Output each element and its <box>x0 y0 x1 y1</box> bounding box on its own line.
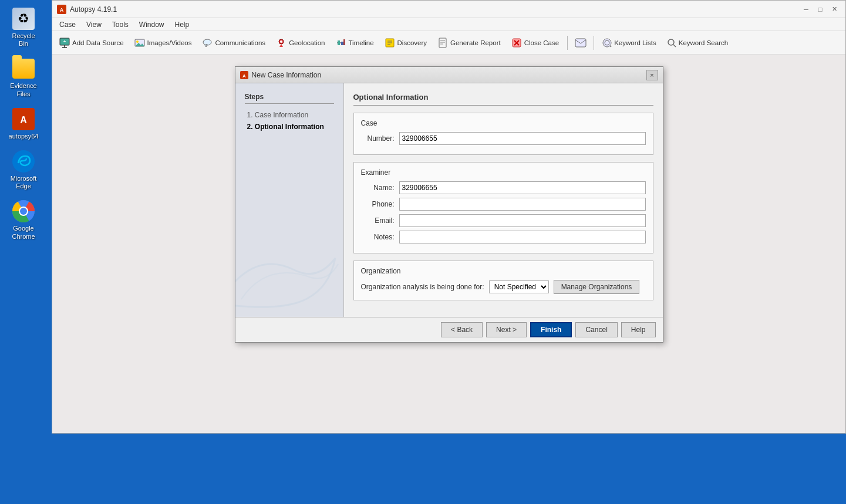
org-select[interactable]: Not Specified <box>489 280 549 293</box>
finish-button[interactable]: Finish <box>530 322 572 337</box>
add-data-source-icon: + <box>59 38 70 48</box>
evidence-files-label: Evidence Files <box>10 82 36 97</box>
menu-help[interactable]: Help <box>170 19 194 30</box>
organization-section-title: Organization <box>361 267 646 275</box>
keyword-lists-button[interactable]: Keyword Lists <box>598 33 661 52</box>
svg-rect-28 <box>439 38 446 48</box>
desktop-icon-recycle-bin[interactable]: ♻ Recycle Bin <box>2 5 45 50</box>
new-case-dialog: A New Case Information × Steps 1. Case I… <box>235 66 663 343</box>
desktop-icon-microsoft-edge[interactable]: Microsoft Edge <box>2 147 45 192</box>
timeline-icon <box>336 38 346 48</box>
menu-window[interactable]: Window <box>134 19 169 30</box>
close-case-button[interactable]: Close Case <box>507 33 564 52</box>
communications-button[interactable]: Communications <box>197 33 270 52</box>
geolocation-button[interactable]: Geolocation <box>271 33 329 52</box>
add-data-source-label: Add Data Source <box>72 39 124 46</box>
desktop-icon-google-chrome[interactable]: Google Chrome <box>2 197 45 242</box>
generate-report-button[interactable]: Generate Report <box>433 33 505 52</box>
next-button[interactable]: Next > <box>486 322 527 337</box>
chrome-icon <box>12 199 35 223</box>
svg-point-18 <box>280 40 282 43</box>
examiner-notes-row: Notes: <box>361 231 646 243</box>
dialog-title-left: A New Case Information <box>240 71 322 79</box>
watermark <box>235 241 341 317</box>
examiner-email-row: Email: <box>361 214 646 227</box>
edge-icon <box>12 150 35 173</box>
images-videos-button[interactable]: Images/Videos <box>130 33 197 52</box>
desktop-icon-autopsy64[interactable]: A autopsy64 <box>2 105 45 143</box>
add-data-source-button[interactable]: + Add Data Source <box>55 33 129 52</box>
examiner-email-label: Email: <box>361 217 399 225</box>
toolbar: + Add Data Source Images/Videos <box>52 31 845 55</box>
examiner-email-input[interactable] <box>399 214 646 227</box>
main-content: A New Case Information × Steps 1. Case I… <box>52 55 845 433</box>
dialog-body: Steps 1. Case Information 2. Optional In… <box>235 83 663 317</box>
timeline-label: Timeline <box>349 39 374 46</box>
back-button[interactable]: < Back <box>441 322 483 337</box>
org-analysis-label: Organization analysis is being done for: <box>361 283 484 291</box>
content-panel: Optional Information Case Number: Examin… <box>344 83 663 317</box>
menu-view[interactable]: View <box>82 19 106 30</box>
title-bar-controls: ─ □ ✕ <box>800 3 841 16</box>
email-button[interactable] <box>571 33 590 52</box>
close-case-icon <box>511 38 522 48</box>
toolbar-separator-1 <box>567 36 568 50</box>
svg-line-38 <box>610 46 611 47</box>
svg-point-13 <box>136 40 139 43</box>
cancel-button[interactable]: Cancel <box>575 322 617 337</box>
discovery-label: Discovery <box>397 39 427 46</box>
organization-section: Organization Organization analysis is be… <box>353 261 653 300</box>
examiner-notes-input[interactable] <box>399 231 646 243</box>
steps-title: Steps <box>245 93 334 104</box>
case-number-input[interactable] <box>399 132 646 145</box>
app-title: Autopsy 4.19.1 <box>70 5 117 13</box>
images-videos-label: Images/Videos <box>147 39 192 46</box>
examiner-phone-label: Phone: <box>361 200 399 208</box>
organization-row: Organization analysis is being done for:… <box>361 280 646 294</box>
dialog-close-button[interactable]: × <box>646 70 658 80</box>
chrome-label: Google Chrome <box>12 225 35 240</box>
desktop-icon-evidence-files[interactable]: Evidence Files <box>2 55 45 100</box>
discovery-button[interactable]: Discovery <box>380 33 432 52</box>
step-2-label: Optional Information <box>255 123 324 131</box>
app-window: A Autopsy 4.19.1 ─ □ ✕ Case View Tools W… <box>52 0 846 434</box>
recycle-bin-icon: ♻ <box>12 7 35 31</box>
dialog-title-text: New Case Information <box>252 71 322 79</box>
help-button[interactable]: Help <box>621 322 656 337</box>
steps-panel: Steps 1. Case Information 2. Optional In… <box>235 83 344 317</box>
svg-text:A: A <box>60 7 64 13</box>
dialog-footer: < Back Next > Finish Cancel Help <box>235 317 663 342</box>
geolocation-icon <box>276 38 287 48</box>
svg-point-5 <box>20 208 27 215</box>
recycle-bin-label: Recycle Bin <box>12 32 35 48</box>
examiner-notes-label: Notes: <box>361 233 399 241</box>
manage-organizations-button[interactable]: Manage Organizations <box>554 280 640 294</box>
toolbar-separator-2 <box>594 36 594 50</box>
optional-information-title: Optional Information <box>353 93 653 106</box>
timeline-button[interactable]: Timeline <box>331 33 379 52</box>
step-1-num: 1. <box>247 111 253 119</box>
examiner-name-label: Name: <box>361 184 399 192</box>
generate-report-label: Generate Report <box>450 39 501 46</box>
examiner-phone-row: Phone: <box>361 198 646 211</box>
close-button[interactable]: ✕ <box>828 3 841 16</box>
keyword-search-button[interactable]: Keyword Search <box>662 33 733 52</box>
communications-icon <box>202 38 213 48</box>
minimize-button[interactable]: ─ <box>800 3 813 16</box>
maximize-button[interactable]: □ <box>814 3 827 16</box>
discovery-icon <box>385 38 395 48</box>
menu-tools[interactable]: Tools <box>107 19 133 30</box>
title-bar-left: A Autopsy 4.19.1 <box>57 5 117 14</box>
step-2-num: 2. <box>247 123 255 131</box>
dialog-title-bar: A New Case Information × <box>235 67 663 83</box>
keyword-search-label: Keyword Search <box>679 39 728 46</box>
generate-report-icon <box>437 38 448 48</box>
step-1: 1. Case Information <box>245 111 334 119</box>
examiner-name-input[interactable] <box>399 181 646 194</box>
examiner-phone-input[interactable] <box>399 198 646 211</box>
menu-case[interactable]: Case <box>55 19 80 30</box>
examiner-section: Examiner Name: Phone: Email: <box>353 162 653 253</box>
keyword-lists-icon <box>602 38 612 48</box>
svg-text:+: + <box>63 39 66 44</box>
geolocation-label: Geolocation <box>289 39 325 46</box>
